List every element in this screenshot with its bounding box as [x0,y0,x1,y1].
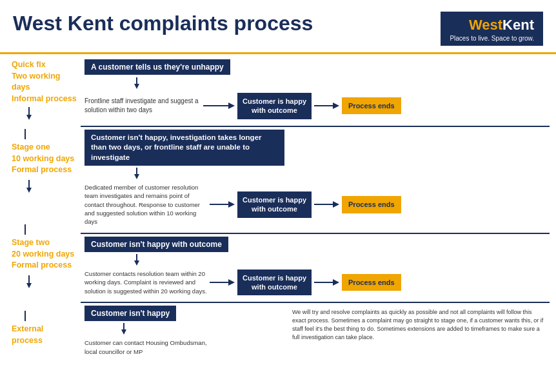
svg-marker-15 [134,260,139,266]
ext-main-box: Customer isn't happy [84,306,176,321]
svg-marker-1 [26,115,32,120]
stage-one: Stage one10 working daysFormal process [6,139,81,224]
svg-marker-3 [26,188,32,193]
s1-outcome-box: Customer is happywith outcome [237,191,312,218]
logo-kent: Kent [502,17,534,33]
external-note-box: We will try and resolve complaints as qu… [287,306,550,356]
svg-marker-7 [134,84,139,89]
logo-west: West [469,17,502,33]
s2-desc-text: Customer contacts resolution team within… [84,270,207,295]
left-column: Quick fixTwo working daysInformal proces… [6,59,81,356]
stage-two: Stage two20 working daysFormal process [6,235,81,311]
vline-2 [25,224,26,235]
s1-end-box: Process ends [342,196,401,213]
s2-arrow-right [210,278,235,287]
logo: WestKent Places to live. Space to grow. [441,12,543,46]
section-stage2: Customer isn't happy with outcome Custom… [81,234,550,304]
arrow-down-qf [25,107,34,120]
s1-arrow-right [210,200,235,209]
ext-desc-text: Customer can contact Housing Ombudsman, … [84,338,213,356]
qf-arrow-right2 [314,101,339,110]
s2-arrow-down [81,254,550,268]
svg-marker-9 [333,103,339,109]
arrow-down-s1 [25,180,34,193]
qf-main-row: A customer tells us they're unhappy [81,59,550,77]
ext-arrow-down [81,323,287,337]
logo-text: WestKent [469,17,534,34]
s2-main-box: Customer isn't happy with outcome [84,237,228,252]
stage-external-label: Externalprocess [12,324,81,346]
s1-main-box: Customer isn't happy, investigation take… [84,130,284,166]
header: West Kent complaints process WestKent Pl… [0,0,556,54]
external-note-text: We will try and resolve complaints as qu… [292,308,544,342]
center-right: A customer tells us they're unhappy Fron… [81,59,550,356]
s1-desc-row: Dedicated member of customer resolution … [81,183,550,226]
s2-desc-row: Customer contacts resolution team within… [81,270,550,296]
s2-main-row: Customer isn't happy with outcome [81,237,550,254]
qf-desc-row: Frontline staff investigate and suggest … [81,93,550,119]
s2-end-box: Process ends [342,274,401,291]
vline-1 [25,129,26,139]
logo-tagline: Places to live. Space to grow. [450,35,534,42]
ext-desc: Customer can contact Housing Ombudsman, … [81,338,287,356]
s1-main-row: Customer isn't happy, investigation take… [81,130,550,168]
page-title: West Kent complaints process [13,12,313,35]
qf-main-box: A customer tells us they're unhappy [84,59,230,75]
main-content: Quick fixTwo working daysInformal proces… [0,59,556,356]
stage-external: Externalprocess [6,321,81,346]
stage-quickfix: Quick fixTwo working daysInformal proces… [6,59,81,129]
vline-3 [25,311,26,321]
svg-marker-5 [26,283,32,288]
external-flow: Customer isn't happy Customer can contac… [81,306,287,356]
s1-desc-text: Dedicated member of customer resolution … [84,183,207,226]
s2-arrow-right2 [314,278,339,287]
page: West Kent complaints process WestKent Pl… [0,0,556,392]
stage-two-label: Stage two20 working daysFormal process [12,237,81,271]
stage-quickfix-label: Quick fixTwo working daysInformal proces… [12,59,81,104]
svg-marker-19 [121,329,126,335]
qf-desc-text: Frontline staff investigate and suggest … [84,97,201,115]
svg-marker-12 [228,201,235,208]
qf-outcome-box: Customer is happywith outcome [237,93,312,119]
stage-one-label: Stage one10 working daysFormal process [12,142,81,176]
svg-marker-13 [333,201,339,208]
ext-main-row: Customer isn't happy [81,306,287,323]
section-stage1: Customer isn't happy, investigation take… [81,127,550,234]
s1-arrow-down [81,168,550,182]
svg-marker-11 [134,174,139,179]
arrow-down-s2 [25,275,34,288]
qf-arrow-right [203,101,235,110]
s1-arrow-right2 [314,200,339,209]
section-external: Customer isn't happy Customer can contac… [81,303,550,356]
qf-end-box: Process ends [342,97,401,114]
qf-arrow-down [81,77,550,92]
svg-marker-17 [333,279,339,286]
s2-outcome-box: Customer is happywith outcome [237,270,312,296]
svg-marker-8 [228,103,235,109]
svg-marker-16 [228,279,235,286]
section-quickfix: A customer tells us they're unhappy Fron… [81,59,550,127]
